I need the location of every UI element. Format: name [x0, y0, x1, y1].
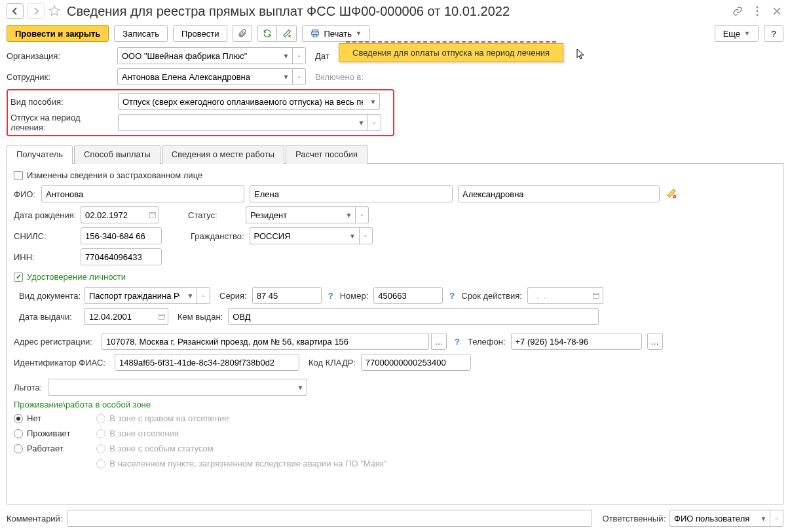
benefit-type-dropdown-button[interactable]: ▼ [367, 93, 380, 110]
more-label: Еще [723, 29, 740, 39]
phone-input[interactable] [511, 333, 642, 350]
responsible-input[interactable] [669, 510, 757, 527]
responsible-label: Ответственный: [603, 514, 666, 523]
org-label: Организация: [7, 51, 115, 61]
nav-back-button[interactable] [7, 3, 24, 19]
snils-input[interactable] [81, 227, 162, 244]
svg-rect-7 [149, 213, 155, 218]
post-button[interactable]: Провести [173, 25, 228, 42]
zone-mayak-label: В населенном пункте, загрязненном вследс… [109, 459, 386, 468]
page-title: Сведения для реестра прямых выплат ФСС Ш… [67, 4, 727, 19]
zone-works-radio[interactable] [14, 444, 23, 453]
post-and-close-button[interactable]: Провести и закрыть [7, 25, 109, 42]
reg-addr-ellipsis-button[interactable]: … [431, 333, 447, 350]
svg-point-0 [757, 7, 759, 9]
help-button[interactable]: ? [764, 25, 783, 42]
privilege-input[interactable] [48, 379, 294, 396]
privilege-dropdown-button[interactable]: ▼ [294, 379, 307, 396]
nav-forward-button[interactable] [28, 3, 45, 19]
valid-input[interactable] [527, 287, 590, 304]
write-button[interactable]: Записать [114, 25, 168, 42]
calendar-icon [149, 211, 157, 219]
question-icon: ? [771, 29, 776, 39]
inn-label: ИНН: [14, 252, 78, 262]
comment-input[interactable] [67, 510, 592, 527]
tab-recipient[interactable]: Получатель [7, 145, 73, 164]
middle-name-input[interactable] [458, 185, 660, 202]
org-open-button[interactable]: ▫ [293, 47, 306, 64]
employee-input[interactable] [117, 68, 280, 85]
more-vert-icon[interactable] [751, 5, 764, 18]
svg-point-1 [757, 10, 759, 12]
tab-panel-recipient: Изменены сведения о застрахованном лице … [7, 164, 783, 504]
attach-button[interactable] [233, 25, 252, 42]
calendar-icon [592, 292, 600, 299]
zone-no-radio[interactable] [14, 414, 23, 423]
benefit-type-label: Вид пособия: [10, 97, 115, 107]
status-open-button[interactable]: ▫ [356, 206, 369, 223]
responsible-dropdown-button[interactable]: ▼ [757, 510, 770, 527]
number-input[interactable] [373, 287, 443, 304]
last-name-input[interactable] [41, 185, 244, 202]
number-label: Номер: [340, 291, 369, 301]
fias-input[interactable] [115, 354, 299, 371]
link-icon[interactable] [731, 5, 744, 18]
employee-dropdown-button[interactable]: ▼ [280, 68, 293, 85]
series-input[interactable] [252, 287, 322, 304]
dob-label: Дата рождения: [14, 210, 78, 220]
tab-workplace[interactable]: Сведения о месте работы [162, 145, 284, 164]
zone-works-label: Работает [27, 444, 64, 453]
zone-lives-radio[interactable] [14, 429, 23, 438]
org-input[interactable] [117, 47, 280, 64]
leave-dropdown-button[interactable]: ▼ [355, 114, 368, 131]
citizenship-dropdown-button[interactable]: ▼ [347, 227, 360, 244]
doc-type-input[interactable] [85, 287, 184, 304]
fio-label: ФИО: [14, 189, 39, 199]
valid-calendar-button[interactable] [590, 287, 603, 304]
changed-label: Изменены сведения о застрахованном лице [27, 170, 202, 180]
addr-help-icon[interactable]: ? [455, 337, 460, 347]
citizenship-open-button[interactable]: ▫ [360, 227, 373, 244]
edit-fio-icon[interactable] [666, 188, 677, 200]
favorite-star-icon[interactable] [48, 5, 60, 18]
leave-open-button[interactable]: ▫ [368, 114, 381, 131]
zone-reset-radio [96, 429, 105, 438]
reg-addr-input[interactable] [102, 333, 429, 350]
refresh-button[interactable] [257, 25, 277, 42]
number-help-icon[interactable]: ? [449, 291, 455, 301]
kladr-input[interactable] [361, 354, 471, 371]
benefit-type-input[interactable] [118, 93, 367, 110]
leave-input[interactable] [118, 114, 355, 131]
refresh-icon [263, 29, 272, 38]
more-button[interactable]: Еще ▼ [715, 25, 759, 42]
dob-input[interactable] [81, 206, 146, 223]
print-label: Печать [324, 29, 352, 39]
employee-open-button[interactable]: ▫ [293, 68, 306, 85]
cancel-post-button[interactable] [277, 25, 297, 42]
identity-checkbox[interactable] [14, 273, 23, 282]
svg-rect-8 [593, 294, 599, 299]
org-dropdown-button[interactable]: ▼ [280, 47, 293, 64]
tab-pay-method[interactable]: Способ выплаты [74, 145, 160, 164]
dob-calendar-button[interactable] [146, 206, 159, 223]
tab-calc[interactable]: Расчет пособия [286, 145, 367, 164]
issue-date-calendar-button[interactable] [155, 308, 168, 325]
issue-date-input[interactable] [85, 308, 155, 325]
citizenship-input[interactable] [250, 227, 347, 244]
phone-ellipsis-button[interactable]: … [647, 333, 663, 350]
doc-type-open-button[interactable]: ▫ [197, 287, 210, 304]
series-help-icon[interactable]: ? [328, 291, 333, 301]
first-name-input[interactable] [250, 185, 453, 202]
issued-by-input[interactable] [228, 308, 599, 325]
status-input[interactable] [246, 206, 343, 223]
tooltip: Сведения для оплаты отпуска на период ле… [339, 43, 563, 62]
close-icon[interactable] [770, 5, 783, 18]
changed-checkbox[interactable] [14, 171, 23, 180]
print-button[interactable]: Печать ▼ [302, 25, 370, 42]
responsible-open-button[interactable]: ▫ [770, 510, 783, 527]
fias-label: Идентификатор ФИАС: [14, 358, 112, 368]
zone-special-label: В зоне с особым статусом [109, 444, 213, 453]
inn-input[interactable] [81, 248, 162, 265]
status-dropdown-button[interactable]: ▼ [343, 206, 356, 223]
doc-type-dropdown-button[interactable]: ▼ [184, 287, 197, 304]
